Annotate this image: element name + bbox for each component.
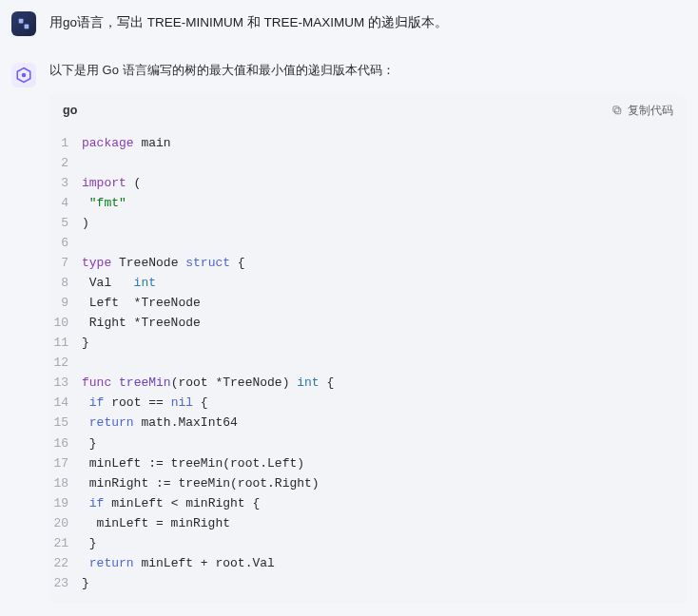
line-number: 7: [49, 253, 82, 273]
code-line: 8 Val int: [49, 273, 687, 293]
svg-rect-0: [19, 19, 24, 24]
assistant-message: 以下是用 Go 语言编写的树的最大值和最小值的递归版本代码： go 复制代码 1…: [11, 61, 687, 603]
svg-rect-4: [615, 108, 621, 114]
code-line: 4 "fmt": [49, 193, 687, 213]
line-number: 16: [49, 433, 82, 453]
assistant-intro-text: 以下是用 Go 语言编写的树的最大值和最小值的递归版本代码：: [49, 61, 687, 81]
user-prompt-text: 用go语言，写出 TREE-MINIMUM 和 TREE-MAXIMUM 的递归…: [49, 10, 687, 34]
line-content: if root == nil {: [82, 393, 208, 413]
assistant-message-body: 以下是用 Go 语言编写的树的最大值和最小值的递归版本代码： go 复制代码 1…: [49, 61, 687, 603]
assistant-avatar: [11, 63, 36, 87]
line-number: 5: [49, 213, 82, 233]
line-number: 4: [49, 193, 82, 213]
code-line: 17 minLeft := treeMin(root.Left): [49, 453, 687, 473]
line-content: return minLeft + root.Val: [82, 553, 275, 573]
line-content: [82, 233, 89, 253]
line-number: 11: [49, 333, 82, 353]
code-line: 21 }: [49, 533, 687, 553]
line-content: Val int: [82, 273, 156, 293]
line-content: func treeMin(root *TreeNode) int {: [82, 373, 334, 393]
line-number: 6: [49, 233, 82, 253]
copy-code-label: 复制代码: [628, 103, 673, 119]
code-line: 11}: [49, 333, 687, 353]
code-line: 5): [49, 213, 687, 233]
user-message: 用go语言，写出 TREE-MINIMUM 和 TREE-MAXIMUM 的递归…: [11, 10, 687, 36]
line-content: package main: [82, 133, 171, 153]
user-message-body: 用go语言，写出 TREE-MINIMUM 和 TREE-MAXIMUM 的递归…: [49, 10, 687, 34]
line-number: 23: [49, 573, 82, 593]
code-line: 9 Left *TreeNode: [49, 293, 687, 313]
code-line: 7type TreeNode struct {: [49, 253, 687, 273]
code-line: 22 return minLeft + root.Val: [49, 553, 687, 573]
code-line: 23}: [49, 573, 687, 593]
code-line: 20 minLeft = minRight: [49, 513, 687, 533]
line-content: minRight := treeMin(root.Right): [82, 473, 320, 493]
line-content: type TreeNode struct {: [82, 253, 245, 273]
line-content: Right *TreeNode: [82, 313, 201, 333]
line-number: 17: [49, 453, 82, 473]
line-content: "fmt": [82, 193, 126, 213]
code-line: 3import (: [49, 173, 687, 193]
code-line: 2: [49, 153, 687, 173]
code-line: 19 if minLeft < minRight {: [49, 493, 687, 513]
code-body[interactable]: 1package main2 3import (4 "fmt"5)6 7type…: [49, 127, 687, 603]
code-header: go 复制代码: [49, 94, 687, 127]
code-line: 10 Right *TreeNode: [49, 313, 687, 333]
line-number: 13: [49, 373, 82, 393]
line-content: ): [82, 213, 89, 233]
code-line: 1package main: [49, 133, 687, 153]
line-content: if minLeft < minRight {: [82, 493, 260, 513]
line-content: Left *TreeNode: [82, 293, 201, 313]
line-content: minLeft := treeMin(root.Left): [82, 453, 304, 473]
line-number: 15: [49, 413, 82, 433]
line-number: 3: [49, 173, 82, 193]
line-number: 21: [49, 533, 82, 553]
line-content: minLeft = minRight: [82, 513, 230, 533]
line-number: 22: [49, 553, 82, 573]
line-content: }: [82, 433, 97, 453]
code-line: 13func treeMin(root *TreeNode) int {: [49, 373, 687, 393]
line-number: 14: [49, 393, 82, 413]
line-number: 18: [49, 473, 82, 493]
line-content: [82, 153, 89, 173]
svg-rect-1: [25, 25, 29, 29]
line-content: }: [82, 333, 89, 353]
svg-rect-5: [613, 106, 619, 112]
code-line: 12: [49, 353, 687, 373]
line-number: 19: [49, 493, 82, 513]
line-number: 1: [49, 133, 82, 153]
line-content: }: [82, 573, 89, 593]
code-language-label: go: [63, 104, 77, 117]
code-line: 6: [49, 233, 687, 253]
bot-hexagon-icon: [15, 67, 32, 84]
line-number: 9: [49, 293, 82, 313]
line-number: 20: [49, 513, 82, 533]
avatar-glyph-icon: [17, 17, 30, 30]
code-line: 18 minRight := treeMin(root.Right): [49, 473, 687, 493]
line-number: 2: [49, 153, 82, 173]
code-block: go 复制代码 1package main2 3import (4 "fmt"5…: [49, 94, 687, 603]
line-content: return math.MaxInt64: [82, 413, 238, 433]
line-number: 12: [49, 353, 82, 373]
copy-code-button[interactable]: 复制代码: [611, 103, 673, 119]
line-number: 8: [49, 273, 82, 293]
line-number: 10: [49, 313, 82, 333]
svg-point-3: [22, 73, 27, 78]
code-line: 15 return math.MaxInt64: [49, 413, 687, 433]
user-avatar: [11, 11, 36, 36]
line-content: [82, 353, 89, 373]
copy-icon: [611, 105, 623, 116]
line-content: import (: [82, 173, 141, 193]
code-line: 16 }: [49, 433, 687, 453]
chat-container: 用go语言，写出 TREE-MINIMUM 和 TREE-MAXIMUM 的递归…: [0, 0, 698, 603]
code-line: 14 if root == nil {: [49, 393, 687, 413]
line-content: }: [82, 533, 97, 553]
